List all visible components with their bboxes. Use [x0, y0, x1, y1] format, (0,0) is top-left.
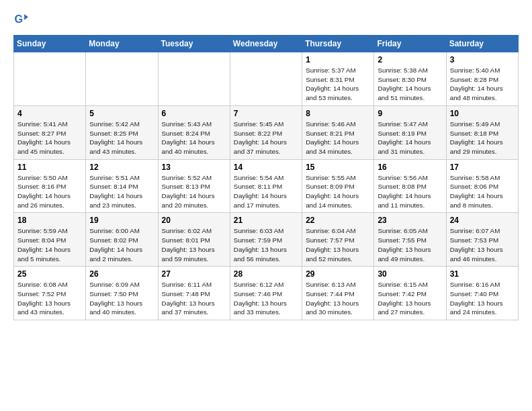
day-number: 18 [17, 216, 82, 225]
day-info: Sunrise: 6:16 AM Sunset: 7:40 PM Dayligh… [450, 280, 515, 317]
calendar-cell: 24Sunrise: 6:07 AM Sunset: 7:53 PM Dayli… [446, 213, 518, 267]
weekday-header-monday: Monday [86, 36, 158, 52]
calendar-cell: 6Sunrise: 5:43 AM Sunset: 8:24 PM Daylig… [158, 105, 230, 159]
calendar-cell: 21Sunrise: 6:03 AM Sunset: 7:59 PM Dayli… [230, 213, 302, 267]
weekday-header-wednesday: Wednesday [230, 36, 302, 52]
day-number: 30 [378, 269, 442, 279]
day-info: Sunrise: 5:40 AM Sunset: 8:28 PM Dayligh… [450, 66, 515, 103]
day-number: 3 [450, 55, 515, 64]
calendar-cell: 5Sunrise: 5:42 AM Sunset: 8:25 PM Daylig… [86, 105, 158, 159]
day-number: 26 [89, 269, 154, 279]
calendar-cell: 16Sunrise: 5:56 AM Sunset: 8:08 PM Dayli… [374, 159, 446, 213]
calendar-cell: 30Sunrise: 6:15 AM Sunset: 7:42 PM Dayli… [374, 267, 446, 320]
day-info: Sunrise: 5:41 AM Sunset: 8:27 PM Dayligh… [17, 120, 82, 156]
day-info: Sunrise: 6:13 AM Sunset: 7:44 PM Dayligh… [306, 280, 370, 317]
page: G SundayMondayTuesdayWednesdayThursdayFr… [0, 0, 532, 327]
calendar-cell [230, 52, 302, 106]
day-info: Sunrise: 6:08 AM Sunset: 7:52 PM Dayligh… [17, 280, 82, 317]
calendar-cell: 10Sunrise: 5:49 AM Sunset: 8:18 PM Dayli… [446, 105, 518, 159]
svg-marker-1 [24, 14, 28, 20]
calendar-cell: 11Sunrise: 5:50 AM Sunset: 8:16 PM Dayli… [14, 159, 86, 213]
svg-text:G: G [14, 13, 23, 25]
calendar-cell: 29Sunrise: 6:13 AM Sunset: 7:44 PM Dayli… [302, 267, 374, 320]
day-info: Sunrise: 5:50 AM Sunset: 8:16 PM Dayligh… [17, 173, 82, 210]
calendar-cell: 18Sunrise: 5:59 AM Sunset: 8:04 PM Dayli… [14, 213, 86, 267]
day-number: 8 [306, 109, 370, 118]
day-info: Sunrise: 5:38 AM Sunset: 8:30 PM Dayligh… [378, 66, 442, 103]
calendar-table: SundayMondayTuesdayWednesdayThursdayFrid… [13, 35, 519, 320]
calendar-cell [14, 52, 86, 106]
day-info: Sunrise: 5:52 AM Sunset: 8:13 PM Dayligh… [162, 173, 226, 210]
calendar-cell: 14Sunrise: 5:54 AM Sunset: 8:11 PM Dayli… [230, 159, 302, 213]
weekday-header-friday: Friday [374, 36, 446, 52]
calendar-week-row: 18Sunrise: 5:59 AM Sunset: 8:04 PM Dayli… [14, 213, 519, 267]
day-number: 27 [162, 269, 226, 279]
calendar-week-row: 1Sunrise: 5:37 AM Sunset: 8:31 PM Daylig… [14, 52, 519, 106]
day-number: 13 [162, 163, 226, 172]
day-number: 1 [306, 55, 370, 64]
calendar-cell: 7Sunrise: 5:45 AM Sunset: 8:22 PM Daylig… [230, 105, 302, 159]
day-info: Sunrise: 6:03 AM Sunset: 7:59 PM Dayligh… [234, 226, 298, 263]
calendar-cell: 8Sunrise: 5:46 AM Sunset: 8:21 PM Daylig… [302, 105, 374, 159]
day-info: Sunrise: 6:02 AM Sunset: 8:01 PM Dayligh… [162, 226, 226, 263]
weekday-header-saturday: Saturday [446, 36, 518, 52]
day-number: 6 [162, 109, 226, 118]
weekday-header-thursday: Thursday [302, 36, 374, 52]
day-number: 19 [89, 216, 154, 225]
calendar-cell: 25Sunrise: 6:08 AM Sunset: 7:52 PM Dayli… [14, 267, 86, 320]
calendar-cell: 28Sunrise: 6:12 AM Sunset: 7:46 PM Dayli… [230, 267, 302, 320]
day-number: 25 [17, 269, 82, 279]
day-number: 10 [450, 109, 515, 118]
day-number: 9 [378, 109, 442, 118]
calendar-cell: 23Sunrise: 6:05 AM Sunset: 7:55 PM Dayli… [374, 213, 446, 267]
day-number: 29 [306, 269, 370, 279]
day-number: 7 [234, 109, 298, 118]
calendar-cell: 27Sunrise: 6:11 AM Sunset: 7:48 PM Dayli… [158, 267, 230, 320]
day-number: 28 [234, 269, 298, 279]
day-number: 5 [89, 109, 154, 118]
calendar-cell: 12Sunrise: 5:51 AM Sunset: 8:14 PM Dayli… [86, 159, 158, 213]
day-info: Sunrise: 6:07 AM Sunset: 7:53 PM Dayligh… [450, 226, 515, 263]
calendar-cell: 31Sunrise: 6:16 AM Sunset: 7:40 PM Dayli… [446, 267, 518, 320]
logo-icon: G [13, 12, 28, 27]
weekday-header-row: SundayMondayTuesdayWednesdayThursdayFrid… [14, 36, 519, 52]
day-info: Sunrise: 6:05 AM Sunset: 7:55 PM Dayligh… [378, 226, 442, 263]
day-info: Sunrise: 6:12 AM Sunset: 7:46 PM Dayligh… [234, 280, 298, 317]
calendar-cell: 2Sunrise: 5:38 AM Sunset: 8:30 PM Daylig… [374, 52, 446, 106]
day-info: Sunrise: 5:55 AM Sunset: 8:09 PM Dayligh… [306, 173, 370, 210]
day-number: 15 [306, 163, 370, 172]
calendar-cell [158, 52, 230, 106]
day-number: 11 [17, 163, 82, 172]
day-info: Sunrise: 5:59 AM Sunset: 8:04 PM Dayligh… [17, 226, 82, 263]
weekday-header-tuesday: Tuesday [158, 36, 230, 52]
day-info: Sunrise: 6:09 AM Sunset: 7:50 PM Dayligh… [89, 280, 154, 317]
day-info: Sunrise: 5:43 AM Sunset: 8:24 PM Dayligh… [162, 120, 226, 156]
calendar-week-row: 25Sunrise: 6:08 AM Sunset: 7:52 PM Dayli… [14, 267, 519, 320]
calendar-cell: 15Sunrise: 5:55 AM Sunset: 8:09 PM Dayli… [302, 159, 374, 213]
day-info: Sunrise: 6:04 AM Sunset: 7:57 PM Dayligh… [306, 226, 370, 263]
day-info: Sunrise: 6:00 AM Sunset: 8:02 PM Dayligh… [89, 226, 154, 263]
day-info: Sunrise: 5:49 AM Sunset: 8:18 PM Dayligh… [450, 120, 515, 156]
calendar-cell: 19Sunrise: 6:00 AM Sunset: 8:02 PM Dayli… [86, 213, 158, 267]
calendar-cell: 1Sunrise: 5:37 AM Sunset: 8:31 PM Daylig… [302, 52, 374, 106]
day-number: 21 [234, 216, 298, 225]
calendar-cell: 3Sunrise: 5:40 AM Sunset: 8:28 PM Daylig… [446, 52, 518, 106]
day-info: Sunrise: 6:11 AM Sunset: 7:48 PM Dayligh… [162, 280, 226, 317]
day-number: 22 [306, 216, 370, 225]
day-number: 24 [450, 216, 515, 225]
calendar-cell: 26Sunrise: 6:09 AM Sunset: 7:50 PM Dayli… [86, 267, 158, 320]
calendar-week-row: 11Sunrise: 5:50 AM Sunset: 8:16 PM Dayli… [14, 159, 519, 213]
calendar-week-row: 4Sunrise: 5:41 AM Sunset: 8:27 PM Daylig… [14, 105, 519, 159]
calendar-cell: 13Sunrise: 5:52 AM Sunset: 8:13 PM Dayli… [158, 159, 230, 213]
day-info: Sunrise: 5:42 AM Sunset: 8:25 PM Dayligh… [89, 120, 154, 156]
calendar-cell: 4Sunrise: 5:41 AM Sunset: 8:27 PM Daylig… [14, 105, 86, 159]
day-info: Sunrise: 5:37 AM Sunset: 8:31 PM Dayligh… [306, 66, 370, 103]
day-info: Sunrise: 5:47 AM Sunset: 8:19 PM Dayligh… [378, 120, 442, 156]
logo: G [13, 12, 31, 27]
day-number: 31 [450, 269, 515, 279]
day-number: 14 [234, 163, 298, 172]
calendar-cell: 9Sunrise: 5:47 AM Sunset: 8:19 PM Daylig… [374, 105, 446, 159]
day-info: Sunrise: 5:45 AM Sunset: 8:22 PM Dayligh… [234, 120, 298, 156]
day-info: Sunrise: 5:46 AM Sunset: 8:21 PM Dayligh… [306, 120, 370, 156]
day-number: 12 [89, 163, 154, 172]
